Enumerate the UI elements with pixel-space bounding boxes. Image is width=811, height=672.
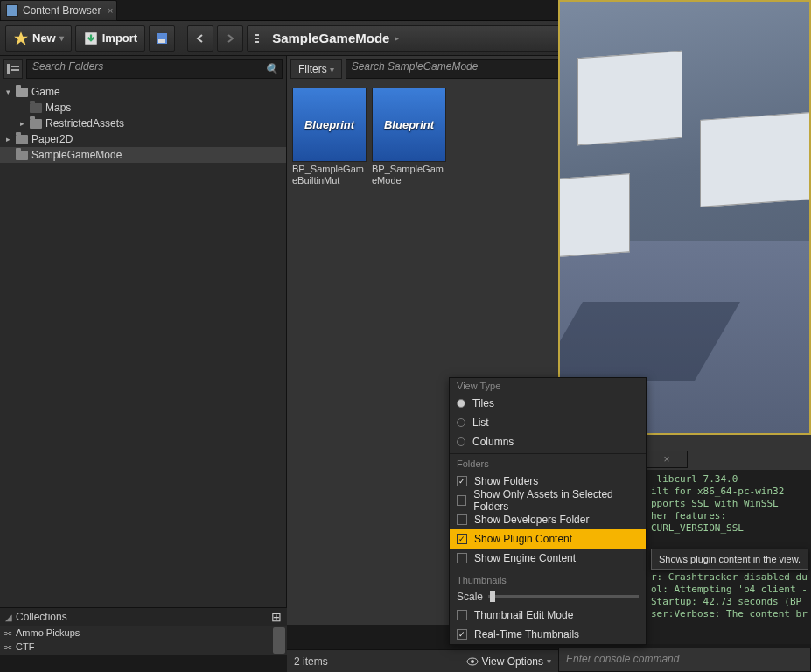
- asset-item[interactable]: Blueprint BP_SampleGameBuiltinMut: [292, 88, 367, 186]
- chevron-down-icon: ▾: [330, 65, 334, 74]
- slider-thumb[interactable]: [490, 592, 495, 602]
- save-button[interactable]: [149, 25, 175, 52]
- chevron-down-icon: ▾: [59, 33, 64, 43]
- view-tiles-option[interactable]: Tiles: [450, 394, 646, 413]
- svg-point-11: [471, 660, 474, 663]
- checkbox-icon: [457, 553, 467, 564]
- realtime-thumbnails-option[interactable]: Real-Time Thumbnails: [450, 625, 646, 644]
- close-icon: ×: [663, 453, 669, 466]
- expander-icon[interactable]: ▸: [17, 119, 26, 128]
- section-thumbnails: Thumbnails: [450, 572, 646, 588]
- expander-icon[interactable]: ▸: [3, 135, 12, 144]
- folder-icon: [30, 119, 42, 129]
- show-engine-option[interactable]: Show Engine Content: [450, 549, 646, 568]
- arrow-left-icon: [195, 33, 206, 44]
- show-developers-option[interactable]: Show Developers Folder: [450, 510, 646, 529]
- asset-thumbnail: Blueprint: [292, 88, 367, 162]
- folder-tree[interactable]: ▾ Game Maps ▸ RestrictedAssets ▸ Paper2D: [0, 82, 286, 625]
- svg-rect-3: [255, 34, 259, 36]
- asset-name: BP_SampleGameMode: [372, 164, 446, 186]
- checkbox-icon: [457, 610, 467, 620]
- level-viewport[interactable]: [558, 0, 811, 435]
- tree-item-maps[interactable]: Maps: [0, 100, 286, 116]
- new-button[interactable]: New ▾: [5, 25, 72, 52]
- collections-header[interactable]: ◢Collections ⊞: [0, 608, 287, 626]
- checkbox-icon: [457, 514, 467, 525]
- svg-rect-5: [255, 41, 259, 43]
- scrollbar[interactable]: [273, 627, 285, 654]
- tree-item-samplegamemode[interactable]: SampleGameMode: [0, 147, 286, 163]
- asset-thumbnail: Blueprint: [372, 88, 446, 162]
- sources-panel: Search Folders 🔍 ▾ Game Maps ▸ Restricte…: [0, 56, 287, 625]
- chevron-down-icon: ▾: [547, 656, 551, 666]
- cube-mesh: [558, 173, 630, 259]
- path-icon: [255, 32, 267, 45]
- sources-toggle-button[interactable]: [3, 60, 23, 79]
- thumbnail-edit-option[interactable]: Thumbnail Edit Mode: [450, 606, 646, 625]
- view-columns-option[interactable]: Columns: [450, 432, 646, 452]
- search-folders-input[interactable]: Search Folders 🔍: [26, 60, 283, 79]
- tree-item-restricted[interactable]: ▸ RestrictedAssets: [0, 116, 286, 131]
- collection-item[interactable]: ⫘Ammo Pickups: [3, 626, 283, 640]
- add-collection-button[interactable]: ⊞: [271, 610, 282, 624]
- import-button[interactable]: Import: [75, 25, 145, 52]
- thumbnail-scale-slider[interactable]: Scale: [450, 588, 646, 606]
- import-icon: [83, 31, 99, 46]
- asset-item[interactable]: Blueprint BP_SampleGameMode: [372, 88, 446, 186]
- show-plugin-option[interactable]: Show Plugin Content: [450, 529, 646, 549]
- tooltip: Shows plugin content in the view.: [651, 549, 808, 570]
- section-folders: Folders: [450, 456, 646, 472]
- import-label: Import: [102, 32, 137, 45]
- console-input[interactable]: Enter console command: [558, 648, 811, 672]
- svg-rect-8: [11, 66, 19, 67]
- radio-icon: [457, 418, 465, 427]
- svg-rect-7: [7, 64, 10, 74]
- cube-mesh: [577, 51, 682, 145]
- svg-rect-2: [158, 39, 165, 43]
- panel-icon: [7, 64, 19, 74]
- tree-item-game[interactable]: ▾ Game: [0, 84, 286, 100]
- slider-track[interactable]: [488, 595, 639, 598]
- status-bar: 2 items View Options ▾: [287, 649, 558, 672]
- checkbox-icon: [457, 629, 467, 640]
- filters-button[interactable]: Filters ▾: [290, 60, 342, 79]
- expander-icon[interactable]: ▾: [3, 88, 12, 96]
- item-count: 2 items: [294, 655, 328, 668]
- search-placeholder: Search SampleGameMode: [352, 60, 479, 73]
- radio-icon: [457, 399, 465, 408]
- svg-marker-0: [14, 32, 28, 46]
- chevron-down-icon: ◢: [5, 612, 12, 622]
- new-label: New: [32, 32, 56, 45]
- svg-rect-4: [255, 38, 259, 39]
- eye-icon: [466, 657, 479, 666]
- history-back-button[interactable]: [187, 25, 213, 52]
- chevron-right-icon: ▸: [395, 33, 399, 43]
- view-options-button[interactable]: View Options ▾: [466, 655, 551, 668]
- share-icon: ⫘: [3, 628, 12, 638]
- history-forward-button[interactable]: [217, 25, 243, 52]
- radio-icon: [457, 438, 465, 446]
- log-tab-close[interactable]: ×: [646, 451, 688, 468]
- view-list-option[interactable]: List: [450, 413, 646, 432]
- collections-panel: ◢Collections ⊞ ⫘Ammo Pickups ⫘CTF: [0, 607, 287, 654]
- folder-icon: [16, 135, 28, 144]
- collections-list: ⫘Ammo Pickups ⫘CTF: [0, 626, 287, 654]
- share-icon: ⫘: [3, 642, 12, 652]
- content-browser-icon: [6, 4, 18, 17]
- show-only-assets-option[interactable]: Show Only Assets in Selected Folders: [450, 491, 646, 510]
- svg-rect-9: [11, 69, 19, 71]
- cube-mesh: [700, 111, 811, 207]
- tab-label: Content Browser: [23, 4, 101, 17]
- tab-content-browser[interactable]: Content Browser ×: [0, 0, 117, 21]
- close-icon[interactable]: ×: [108, 5, 113, 16]
- star-icon: [13, 31, 29, 46]
- folder-icon: [16, 88, 28, 97]
- save-icon: [155, 32, 169, 46]
- search-icon: 🔍: [265, 63, 278, 75]
- view-options-menu: View Type Tiles List Columns Folders Sho…: [449, 377, 647, 645]
- tree-item-paper2d[interactable]: ▸ Paper2D: [0, 131, 286, 147]
- folder-search-row: Search Folders 🔍: [0, 56, 286, 82]
- search-placeholder: Search Folders: [32, 60, 103, 73]
- collection-item[interactable]: ⫘CTF: [3, 640, 283, 654]
- asset-name: BP_SampleGameBuiltinMut: [292, 164, 367, 186]
